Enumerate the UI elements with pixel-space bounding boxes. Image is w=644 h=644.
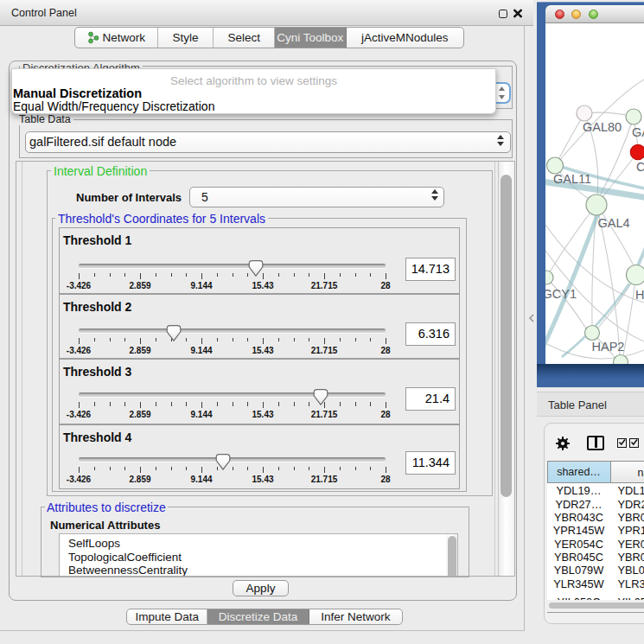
svg-text:HAP2: HAP2: [592, 340, 625, 354]
svg-text:GAL80: GAL80: [583, 120, 622, 134]
svg-text:GA: GA: [632, 125, 644, 139]
svg-text:GAL11: GAL11: [553, 172, 591, 186]
svg-text:H: H: [635, 288, 644, 302]
svg-text:C: C: [636, 160, 644, 174]
svg-text:GAL4: GAL4: [598, 216, 630, 230]
svg-text:GCY1: GCY1: [545, 287, 577, 301]
